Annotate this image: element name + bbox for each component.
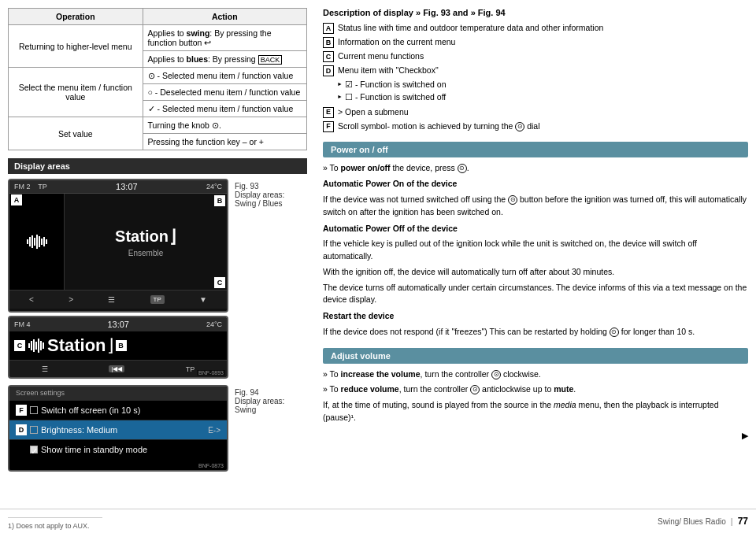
footer-right: Swing/ Blues Radio | 77 xyxy=(658,516,748,527)
checkbox-1[interactable] xyxy=(30,406,38,414)
display-description: Description of display » Fig. 93 and » F… xyxy=(323,8,748,132)
btn-next[interactable]: > xyxy=(69,295,73,304)
swing-bottom-bar: < > ☰ TP ▼ xyxy=(9,290,227,309)
swing-top-right: 24°C xyxy=(206,183,222,191)
action-blues: Applies to blues: By pressing BACK xyxy=(143,51,306,68)
action-knob: Turning the knob ⊙. xyxy=(143,117,306,134)
operations-table: Operation Action Returning to higher-lev… xyxy=(8,8,307,150)
blues-label-b: B xyxy=(116,340,127,351)
btn-tp[interactable]: TP xyxy=(150,295,165,304)
box-label-e: E xyxy=(323,107,334,118)
desc-row-b: B Information on the current menu xyxy=(323,36,748,48)
power-header: Power on / off xyxy=(323,142,748,157)
auto-power-off-text: If the vehicle key is pulled out of the … xyxy=(323,238,748,263)
box-label-c: C xyxy=(323,51,334,62)
settings-top-bar: Screen settings xyxy=(9,387,227,401)
volume-reduce: » To reduce volume, turn the controller … xyxy=(323,383,748,396)
checkbox-3[interactable]: ✓ xyxy=(30,446,38,453)
action-swing: Applies to swing: By pressing the functi… xyxy=(143,25,306,51)
display-areas-header: Display areas xyxy=(8,158,307,174)
action-selected: ⊙ - Selected menu item / function value xyxy=(143,68,306,84)
footnote-text: 1) Does not apply to AUX. xyxy=(8,522,90,530)
swing-top-left: FM 2 TP xyxy=(14,183,47,191)
table-row: Set value Turning the knob ⊙. xyxy=(9,117,307,134)
col-action: Action xyxy=(143,9,306,25)
settings-item-3: ✓ Show time in standby mode xyxy=(9,440,227,459)
volume-header: Adjust volume xyxy=(323,348,748,364)
swing-station-name: Station xyxy=(115,228,169,246)
fig93-wrapper: FM 2 TP 13:07 24°C A xyxy=(8,179,307,379)
settings-spacer xyxy=(16,444,27,455)
col-operation: Operation xyxy=(9,9,143,25)
footer: 1) Does not apply to AUX. Swing/ Blues R… xyxy=(0,509,756,533)
knob-icon-vol-down: ⊙ xyxy=(470,385,480,394)
blues-label-c: C xyxy=(14,340,25,351)
desc-title: Description of display » Fig. 93 and » F… xyxy=(323,8,748,17)
checkbox-2[interactable] xyxy=(30,426,38,434)
swing-top-bar: FM 2 TP 13:07 24°C xyxy=(9,180,227,194)
power-section: » To power on/off the device, press ⊙. A… xyxy=(323,162,748,339)
settings-item-2: D Brightness: Medium E-> xyxy=(9,420,227,440)
box-label-d: D xyxy=(323,65,334,76)
blues-top-right: 24°C xyxy=(206,320,222,328)
action-deselected: ○ - Deselected menu item / function valu… xyxy=(143,84,306,101)
desc-text-c: Current menu functions xyxy=(338,50,424,62)
power-off-30min: With the ignition off, the device will a… xyxy=(323,266,748,279)
auto-power-on-title: Automatic Power On of the device xyxy=(323,178,748,191)
next-arrow: ▶ xyxy=(323,431,748,441)
blues-screen: FM 4 13:07 24°C C xyxy=(8,316,228,379)
fig94-caption-line1: Display areas: xyxy=(235,397,284,405)
action-check: ✓ - Selected menu item / function value xyxy=(143,101,306,117)
blues-btn-list[interactable]: ☰ xyxy=(42,365,48,373)
separator: | xyxy=(731,516,733,526)
footnote: 1) Does not apply to AUX. xyxy=(8,513,102,530)
bracket-icon: ⌋ xyxy=(169,227,176,247)
blues-btn-prev[interactable]: |◀◀ xyxy=(109,365,124,372)
blues-bracket: ⌋ xyxy=(107,335,114,356)
restart-text: If the device does not respond (if it "f… xyxy=(323,326,748,339)
bnf-tag-94: BNF-0873 xyxy=(197,463,225,468)
fig94-label: Fig. 94 xyxy=(235,388,284,397)
swing-ensemble: Ensemble xyxy=(128,249,163,257)
knob-icon-f: ⊙ xyxy=(515,122,524,131)
fig94-caption-line2: Swing xyxy=(235,405,284,414)
power-off-auto: The device turns off automatically under… xyxy=(323,282,748,307)
waveform-icon xyxy=(27,234,47,250)
blues-top-bar: FM 4 13:07 24°C xyxy=(9,317,227,331)
table-row: Returning to higher-level menu Applies t… xyxy=(9,25,307,51)
auto-power-on-text: If the device was not turned switched of… xyxy=(323,194,748,219)
settings-item-3-label: Show time in standby mode xyxy=(41,445,147,454)
desc-text-d: Menu item with "Checkbox" xyxy=(338,65,439,76)
right-column: Description of display » Fig. 93 and » F… xyxy=(315,8,748,501)
blues-bottom-bar: ☰ |◀◀ TP xyxy=(9,360,227,377)
desc-d-subitem-2: ☐ - Function is switched off xyxy=(345,91,748,104)
label-c: C xyxy=(214,277,225,288)
desc-row-a: A Status line with time and outdoor temp… xyxy=(323,22,748,34)
knob-icon-vol-up: ⊙ xyxy=(491,370,501,379)
op-select: Select the menu item / function value xyxy=(9,68,143,117)
desc-row-e: E > Open a submenu xyxy=(323,106,748,118)
power-intro: » To power on/off the device, press ⊙. xyxy=(323,162,748,175)
box-label-a: A xyxy=(323,23,334,34)
blues-waveform xyxy=(28,338,44,353)
op-returning: Returning to higher-level menu xyxy=(9,25,143,68)
action-key: Pressing the function key – or + xyxy=(143,134,306,150)
bnf-tag-93: BNF-0893 xyxy=(197,370,225,376)
btn-arrow[interactable]: ▼ xyxy=(199,295,207,304)
settings-item-2-label: Brightness: Medium xyxy=(41,425,117,435)
btn-list[interactable]: ☰ xyxy=(108,295,115,304)
settings-label-f: F xyxy=(16,405,27,416)
fig93-caption-line2: Swing / Blues xyxy=(235,199,284,208)
left-column: Operation Action Returning to higher-lev… xyxy=(8,8,307,501)
blues-btn-tp[interactable]: TP xyxy=(186,365,195,373)
fig94-caption: Fig. 94 Display areas: Swing xyxy=(235,385,284,414)
fig93-caption: Fig. 93 Display areas: Swing / Blues xyxy=(235,179,284,208)
settings-screen: Screen settings F Switch off screen (in … xyxy=(8,385,228,472)
blues-station-name: Station xyxy=(47,335,106,356)
box-label-b: B xyxy=(323,37,334,48)
fig93-caption-line1: Display areas: xyxy=(235,191,284,199)
btn-prev[interactable]: < xyxy=(29,295,34,304)
settings-label-e: E-> xyxy=(208,426,220,435)
knob-icon-restart: ⊙ xyxy=(610,328,619,337)
desc-text-e: > Open a submenu xyxy=(338,106,409,118)
